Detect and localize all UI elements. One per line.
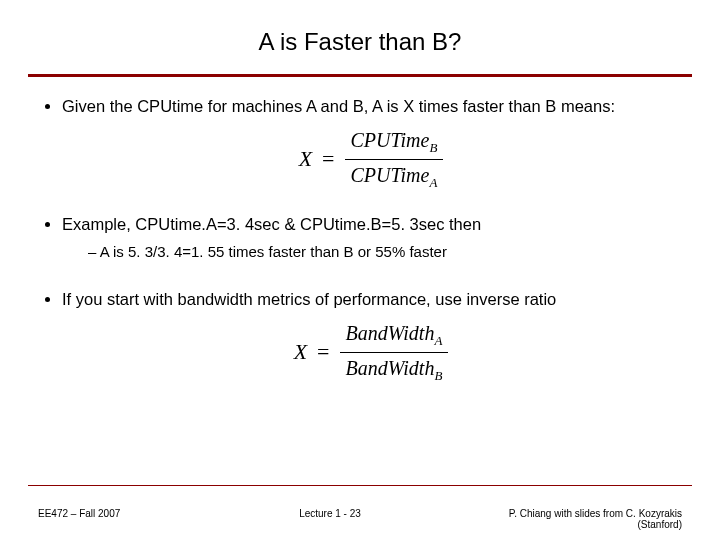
bullet-1: Given the CPUtime for machines A and B, … <box>62 95 680 191</box>
bullet-list: Given the CPUtime for machines A and B, … <box>40 95 680 384</box>
bullet-2-sub: A is 5. 3/3. 4=1. 55 times faster than B… <box>88 242 680 262</box>
formula-1-den-sub: A <box>429 175 437 190</box>
footer-divider <box>28 485 692 486</box>
formula-1: X = CPUTimeB CPUTimeA <box>62 127 680 191</box>
formula-1-lhs: X <box>299 144 312 174</box>
slide: A is Faster than B? Given the CPUtime fo… <box>0 0 720 540</box>
bullet-3: If you start with bandwidth metrics of p… <box>62 288 680 384</box>
footer-left: EE472 – Fall 2007 <box>38 508 178 519</box>
formula-1-fraction: CPUTimeB CPUTimeA <box>345 127 444 191</box>
formula-1-eq: = <box>322 144 334 174</box>
formula-2-eq: = <box>317 337 329 367</box>
formula-2: X = BandWidthA BandWidthB <box>62 320 680 384</box>
footer-center: Lecture 1 - 23 <box>178 508 482 519</box>
formula-2-num-sub: A <box>434 333 442 348</box>
formula-2-lhs: X <box>294 337 307 367</box>
content-area: Given the CPUtime for machines A and B, … <box>0 77 720 384</box>
footer: EE472 – Fall 2007 Lecture 1 - 23 P. Chia… <box>38 508 682 530</box>
formula-2-num: BandWidth <box>346 322 435 344</box>
bullet-2-sublist: A is 5. 3/3. 4=1. 55 times faster than B… <box>62 242 680 262</box>
bullet-2: Example, CPUtime.A=3. 4sec & CPUtime.B=5… <box>62 213 680 262</box>
bullet-2-text: Example, CPUtime.A=3. 4sec & CPUtime.B=5… <box>62 215 481 233</box>
footer-right: P. Chiang with slides from C. Kozyrakis … <box>482 508 682 530</box>
bullet-1-text: Given the CPUtime for machines A and B, … <box>62 97 615 115</box>
formula-1-den: CPUTime <box>351 164 430 186</box>
formula-2-fraction: BandWidthA BandWidthB <box>340 320 449 384</box>
formula-1-num-sub: B <box>429 140 437 155</box>
formula-1-num: CPUTime <box>351 129 430 151</box>
slide-title: A is Faster than B? <box>0 0 720 64</box>
bullet-3-text: If you start with bandwidth metrics of p… <box>62 290 556 308</box>
formula-2-den: BandWidth <box>346 357 435 379</box>
formula-2-den-sub: B <box>434 368 442 383</box>
